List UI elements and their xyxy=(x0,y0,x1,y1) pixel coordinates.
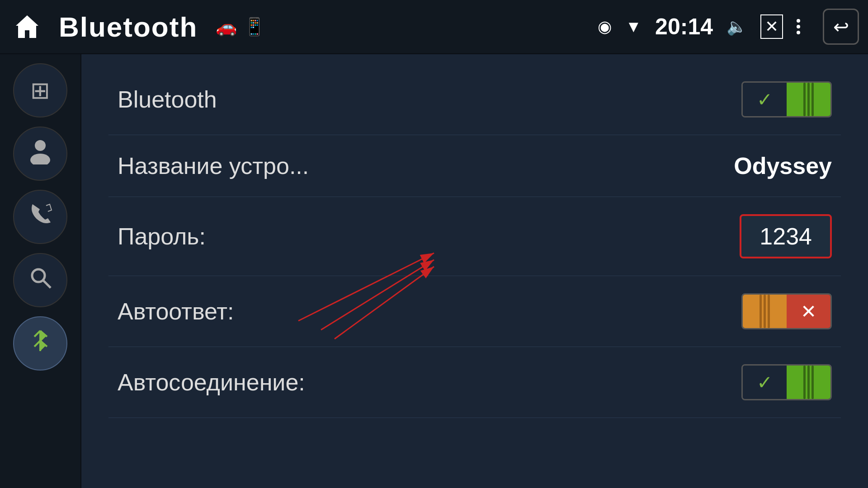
back-button[interactable]: ↩ xyxy=(823,9,859,45)
toggle-x-icon: ✕ xyxy=(787,295,830,328)
svg-point-1 xyxy=(35,140,46,151)
svg-point-2 xyxy=(30,154,50,164)
sidebar: ⊞ xyxy=(0,54,81,488)
top-bar: Bluetooth 🚗 📱 ◉ ▼ 20:14 🔈 ✕ ↩ xyxy=(0,0,868,54)
sidebar-item-phone[interactable] xyxy=(13,190,67,244)
bluetooth-toggle[interactable]: ✓ xyxy=(741,81,832,117)
toggle-check-icon: ✓ xyxy=(743,83,787,116)
sidebar-item-grid[interactable]: ⊞ xyxy=(13,63,67,117)
phone-icon xyxy=(28,202,53,232)
auto-connect-toggle[interactable]: ✓ xyxy=(741,364,832,400)
password-label: Пароль: xyxy=(118,223,206,250)
svg-marker-0 xyxy=(16,15,38,38)
search-icon xyxy=(28,265,53,296)
grid-icon: ⊞ xyxy=(30,77,50,104)
settings-panel: Bluetooth ✓ Название устро... Odyssey xyxy=(81,54,868,488)
bluetooth-label: Bluetooth xyxy=(118,86,217,113)
close-icon[interactable]: ✕ xyxy=(760,14,783,39)
status-bar: ◉ ▼ 20:14 🔈 ✕ ↩ xyxy=(598,9,859,45)
clock: 20:14 xyxy=(655,14,713,40)
bluetooth-setting-row: Bluetooth ✓ xyxy=(108,68,841,135)
contact-icon xyxy=(27,137,54,170)
location-icon: ◉ xyxy=(598,17,612,36)
tablet-icon: 📱 xyxy=(244,17,265,37)
auto-connect-green-part xyxy=(787,366,830,399)
auto-answer-toggle[interactable]: ✕ xyxy=(741,293,832,329)
device-name-value-cell: Odyssey xyxy=(714,152,832,179)
sidebar-item-search[interactable] xyxy=(13,253,67,307)
auto-answer-row: Автоответ: ✕ xyxy=(108,276,841,347)
auto-answer-value-cell: ✕ xyxy=(714,293,832,329)
sidebar-item-bluetooth[interactable] xyxy=(13,316,67,371)
svg-point-3 xyxy=(32,269,45,282)
auto-answer-label: Автоответ: xyxy=(118,298,234,325)
password-row: Пароль: 1234 xyxy=(108,197,841,276)
main-content: ⊞ xyxy=(0,54,868,488)
car-icon: 🚗 xyxy=(216,17,237,37)
auto-connect-label: Автосоединение: xyxy=(118,369,305,396)
home-button[interactable] xyxy=(9,9,45,45)
menu-dots[interactable] xyxy=(797,19,800,34)
svg-line-4 xyxy=(43,280,51,288)
page-title: Bluetooth xyxy=(59,11,198,43)
password-value-cell: 1234 xyxy=(714,214,832,258)
device-name-row: Название устро... Odyssey xyxy=(108,135,841,197)
device-name-label: Название устро... xyxy=(118,152,309,179)
sidebar-item-contacts[interactable] xyxy=(13,127,67,181)
password-field[interactable]: 1234 xyxy=(740,214,832,258)
auto-connect-row: Автосоединение: ✓ xyxy=(108,347,841,418)
bluetooth-icon xyxy=(28,328,53,359)
toggle-orange-part xyxy=(743,295,787,328)
device-name-value: Odyssey xyxy=(734,152,832,179)
volume-icon: 🔈 xyxy=(726,17,747,36)
auto-connect-value-cell: ✓ xyxy=(714,364,832,400)
top-status-icons: 🚗 📱 xyxy=(216,17,265,37)
bluetooth-toggle-cell: ✓ xyxy=(714,81,832,117)
toggle-green-part xyxy=(787,83,830,116)
auto-connect-check-icon: ✓ xyxy=(743,366,787,399)
wifi-icon: ▼ xyxy=(625,17,642,36)
